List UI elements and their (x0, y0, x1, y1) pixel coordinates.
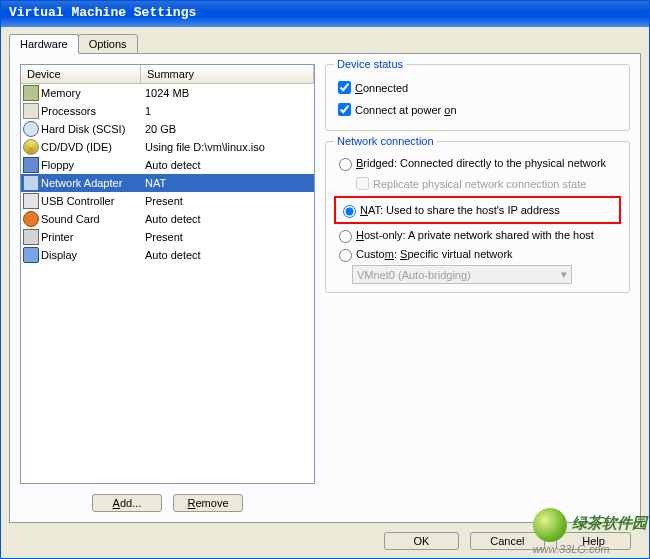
device-buttons: Add... Remove (20, 484, 315, 512)
nat-label: NAT: Used to share the host's IP address (360, 204, 560, 216)
chip-icon (23, 85, 39, 101)
snd-icon (23, 211, 39, 227)
tab-panel: Device Summary Memory1024 MBProcessors1H… (9, 53, 641, 523)
usb-icon (23, 193, 39, 209)
replicate-label: Replicate physical network connection st… (373, 178, 586, 190)
ok-button[interactable]: OK (384, 532, 459, 550)
connected-label: Connected (355, 82, 408, 94)
device-name: Processors (41, 105, 141, 117)
device-summary: Auto detect (141, 159, 312, 171)
connect-at-power-on-input[interactable] (338, 103, 351, 116)
hostonly-radio[interactable]: Host-only: A private network shared with… (334, 227, 621, 243)
connect-at-power-on-label: Connect at power on (355, 104, 457, 116)
help-button[interactable]: Help (556, 532, 631, 550)
device-name: CD/DVD (IDE) (41, 141, 141, 153)
device-name: Hard Disk (SCSI) (41, 123, 141, 135)
device-summary: Auto detect (141, 213, 312, 225)
network-connection-group: Network connection Bridged: Connected di… (325, 141, 630, 293)
device-name: Printer (41, 231, 141, 243)
custom-input[interactable] (339, 249, 352, 262)
nat-radio[interactable]: NAT: Used to share the host's IP address (338, 202, 617, 218)
tab-hardware[interactable]: Hardware (9, 34, 79, 54)
device-list-header: Device Summary (21, 65, 314, 84)
remove-button[interactable]: Remove (173, 494, 243, 512)
bridged-label: Bridged: Connected directly to the physi… (356, 157, 606, 169)
chevron-down-icon: ▾ (561, 268, 567, 281)
device-summary: Present (141, 231, 312, 243)
hdd-icon (23, 121, 39, 137)
add-button[interactable]: Add... (92, 494, 162, 512)
network-connection-legend: Network connection (334, 135, 437, 147)
prn-icon (23, 229, 39, 245)
cancel-button[interactable]: Cancel (470, 532, 545, 550)
bridged-input[interactable] (339, 158, 352, 171)
dialog-buttons: OK Cancel Help (380, 532, 635, 550)
device-row[interactable]: Hard Disk (SCSI)20 GB (21, 120, 314, 138)
floppy-icon (23, 157, 39, 173)
device-summary: Using file D:\vm\linux.iso (141, 141, 312, 153)
device-row[interactable]: Sound CardAuto detect (21, 210, 314, 228)
device-row[interactable]: DisplayAuto detect (21, 246, 314, 264)
connect-at-power-on-checkbox[interactable]: Connect at power on (334, 100, 621, 119)
window-title: Virtual Machine Settings (1, 1, 649, 27)
device-pane: Device Summary Memory1024 MBProcessors1H… (20, 64, 315, 512)
cpu-icon (23, 103, 39, 119)
device-name: USB Controller (41, 195, 141, 207)
vmnet-dropdown: VMnet0 (Auto-bridging) ▾ (352, 265, 572, 284)
device-summary: Present (141, 195, 312, 207)
column-device[interactable]: Device (21, 65, 141, 84)
device-row[interactable]: FloppyAuto detect (21, 156, 314, 174)
device-summary: 1 (141, 105, 312, 117)
replicate-input (356, 177, 369, 190)
custom-radio[interactable]: Custom: Specific virtual network (334, 246, 621, 262)
device-row[interactable]: Processors1 (21, 102, 314, 120)
hostonly-label: Host-only: A private network shared with… (356, 229, 594, 241)
device-summary: 1024 MB (141, 87, 312, 99)
device-row[interactable]: Network AdapterNAT (21, 174, 314, 192)
device-name: Network Adapter (41, 177, 141, 189)
device-summary: 20 GB (141, 123, 312, 135)
column-summary[interactable]: Summary (141, 65, 314, 84)
settings-pane: Device status Connected Connect at power… (325, 64, 630, 512)
connected-input[interactable] (338, 81, 351, 94)
hostonly-input[interactable] (339, 230, 352, 243)
cd-icon (23, 139, 39, 155)
vmnet-value: VMnet0 (Auto-bridging) (357, 269, 471, 281)
device-status-group: Device status Connected Connect at power… (325, 64, 630, 131)
tab-bar: Hardware Options (9, 34, 641, 54)
device-row[interactable]: CD/DVD (IDE)Using file D:\vm\linux.iso (21, 138, 314, 156)
bridged-radio[interactable]: Bridged: Connected directly to the physi… (334, 155, 621, 171)
add-button-label: Add... (113, 497, 142, 509)
device-status-legend: Device status (334, 58, 406, 70)
device-name: Sound Card (41, 213, 141, 225)
connected-checkbox[interactable]: Connected (334, 78, 621, 97)
device-row[interactable]: USB ControllerPresent (21, 192, 314, 210)
device-summary: Auto detect (141, 249, 312, 261)
device-row[interactable]: Memory1024 MB (21, 84, 314, 102)
vmnet-row: VMnet0 (Auto-bridging) ▾ (352, 265, 621, 284)
device-row[interactable]: PrinterPresent (21, 228, 314, 246)
device-name: Display (41, 249, 141, 261)
device-name: Floppy (41, 159, 141, 171)
device-list[interactable]: Device Summary Memory1024 MBProcessors1H… (20, 64, 315, 484)
net-icon (23, 175, 39, 191)
replicate-checkbox: Replicate physical network connection st… (352, 174, 621, 193)
device-rows: Memory1024 MBProcessors1Hard Disk (SCSI)… (21, 84, 314, 264)
nat-input[interactable] (343, 205, 356, 218)
tab-options[interactable]: Options (78, 34, 138, 54)
window-content: Hardware Options Device Summary Memory10… (1, 27, 649, 529)
device-name: Memory (41, 87, 141, 99)
vm-settings-window: Virtual Machine Settings Hardware Option… (0, 0, 650, 559)
custom-label: Custom: Specific virtual network (356, 248, 513, 260)
nat-highlight: NAT: Used to share the host's IP address (334, 196, 621, 224)
remove-button-label: Remove (188, 497, 229, 509)
device-summary: NAT (141, 177, 312, 189)
disp-icon (23, 247, 39, 263)
